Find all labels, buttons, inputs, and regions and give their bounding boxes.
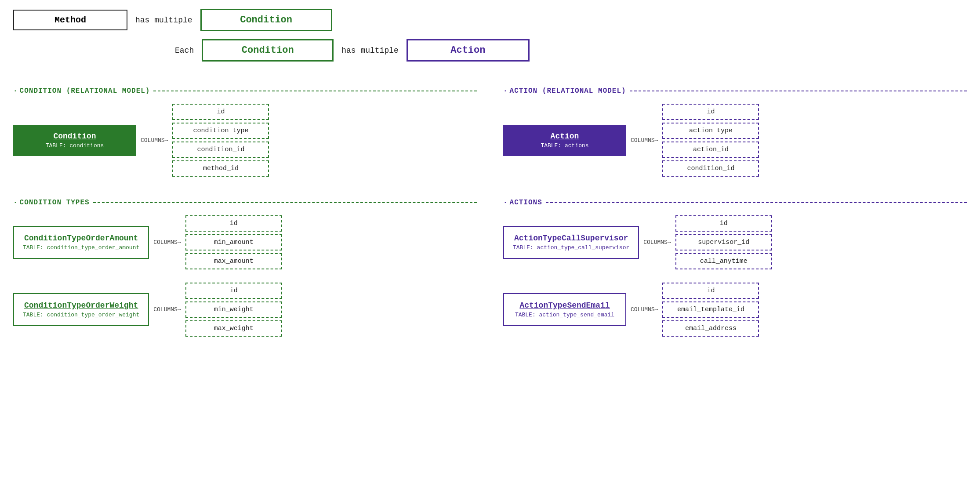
condition-type-order-amount-box: ConditionTypeOrderAmount TABLE: conditio… [13,226,149,259]
action-relational-arrow: COLUMNS→ [631,137,658,144]
condition-type-order-amount-table: TABLE: condition_type_order_amount [23,244,139,251]
has-multiple-label-2: has multiple [341,46,399,55]
col-condition-type: condition_type [172,123,269,139]
coa-col-id: id [185,215,282,232]
cow-col-min: min_weight [185,301,282,318]
cow-arrow: COLUMNS→ [153,306,181,313]
cow-col-id: id [185,283,282,299]
action-label: Action [450,45,485,56]
action-type-send-email-name: ActionTypeSendEmail [513,301,617,310]
atse-columns-list: id email_template_id email_address [662,283,759,337]
coa-columns-group: COLUMNS→ id min_amount max_amount [149,215,282,269]
cow-col-max: max_weight [185,320,282,337]
condition-label-1: Condition [240,15,292,25]
action-type-call-supervisor-name: ActionTypeCallSupervisor [513,234,629,243]
atse-col-template: email_template_id [662,301,759,318]
dash-line-purple-1 [630,91,967,91]
condition-type-order-amount-row: ConditionTypeOrderAmount TABLE: conditio… [13,215,477,269]
action-relational-table-box: Action TABLE: actions [503,125,626,156]
coa-col-min: min_amount [185,234,282,250]
condition-type-order-weight-name: ConditionTypeOrderWeight [23,301,139,310]
condition-relational-table-name: Condition [22,132,127,141]
atcs-col-anytime: call_anytime [675,253,772,269]
method-condition-row: Method has multiple Condition [13,9,967,31]
has-multiple-label-1: has multiple [135,16,192,25]
action-top-box: Action [407,39,530,62]
col-action-type: action_type [662,123,759,139]
atse-col-address: email_address [662,320,759,337]
action-type-send-email-row: ActionTypeSendEmail TABLE: action_type_s… [503,283,967,337]
atse-arrow: COLUMNS→ [631,306,658,313]
dash-line-green-1 [153,91,477,91]
atse-col-id: id [662,283,759,299]
action-relational-table-name: Action [512,132,617,141]
atcs-arrow: COLUMNS→ [643,239,671,246]
condition-types-header: CONDITION TYPES [13,199,477,207]
diagram-area: CONDITION (RELATIONAL MODEL) Condition T… [13,87,967,359]
condition-relational-entity-row: Condition TABLE: conditions COLUMNS→ id … [13,104,477,177]
condition-label-2: Condition [242,45,294,56]
col-condition-mid: method_id [172,160,269,177]
atcs-col-id: id [675,215,772,232]
col-condition-id: id [172,104,269,120]
condition-relational-table-label: TABLE: conditions [22,142,127,149]
action-relational-columns-list: id action_type action_id condition_id [662,104,759,177]
action-type-send-email-table: TABLE: action_type_send_email [513,312,617,318]
col-action-cid: condition_id [662,160,759,177]
coa-arrow: COLUMNS→ [153,239,181,246]
coa-columns-list: id min_amount max_amount [185,215,282,269]
condition-top-box-1: Condition [200,9,332,31]
cow-columns-list: id min_weight max_weight [185,283,282,337]
action-relational-columns-group: COLUMNS→ id action_type action_id condit… [626,104,759,177]
condition-relational-table-box: Condition TABLE: conditions [13,125,136,156]
method-label: Method [54,15,86,25]
dash-line-green-2 [93,202,477,203]
action-type-call-supervisor-row: ActionTypeCallSupervisor TABLE: action_t… [503,215,967,269]
action-type-call-supervisor-table: TABLE: action_type_call_supervisor [513,244,629,251]
action-type-send-email-box: ActionTypeSendEmail TABLE: action_type_s… [503,293,626,326]
condition-types-section: CONDITION TYPES ConditionTypeOrderAmount… [13,199,477,337]
actions-section: ACTIONS ActionTypeCallSupervisor TABLE: … [503,199,967,337]
atse-columns-group: COLUMNS→ id email_template_id email_addr… [626,283,759,337]
atcs-col-supervisor: supervisor_id [675,234,772,250]
condition-relational-arrow: COLUMNS→ [141,137,168,144]
coa-col-max: max_amount [185,253,282,269]
action-relational-section: ACTION (RELATIONAL MODEL) Action TABLE: … [503,87,967,359]
condition-relational-section: CONDITION (RELATIONAL MODEL) Condition T… [13,87,477,359]
condition-relational-header: CONDITION (RELATIONAL MODEL) [13,87,477,95]
top-relationship: Method has multiple Condition Each Condi… [13,9,967,69]
condition-relational-block: CONDITION (RELATIONAL MODEL) Condition T… [13,87,477,177]
condition-action-row: Each Condition has multiple Action [167,39,967,62]
condition-type-order-weight-table: TABLE: condition_type_order_weight [23,312,139,318]
actions-header: ACTIONS [503,199,967,207]
action-relational-header: ACTION (RELATIONAL MODEL) [503,87,967,95]
col-condition-cid: condition_id [172,142,269,158]
col-action-id: id [662,104,759,120]
atcs-columns-group: COLUMNS→ id supervisor_id call_anytime [639,215,772,269]
col-action-aid: action_id [662,142,759,158]
action-relational-block: ACTION (RELATIONAL MODEL) Action TABLE: … [503,87,967,177]
method-box: Method [13,10,127,30]
dash-line-purple-2 [546,202,967,203]
action-type-call-supervisor-box: ActionTypeCallSupervisor TABLE: action_t… [503,226,639,259]
condition-type-order-weight-row: ConditionTypeOrderWeight TABLE: conditio… [13,283,477,337]
each-label: Each [175,46,194,55]
atcs-columns-list: id supervisor_id call_anytime [675,215,772,269]
action-relational-entity-row: Action TABLE: actions COLUMNS→ id action… [503,104,967,177]
condition-type-order-amount-name: ConditionTypeOrderAmount [23,234,139,243]
condition-type-order-weight-box: ConditionTypeOrderWeight TABLE: conditio… [13,293,149,326]
condition-relational-columns-group: COLUMNS→ id condition_type condition_id … [136,104,269,177]
cow-columns-group: COLUMNS→ id min_weight max_weight [149,283,282,337]
condition-relational-columns-list: id condition_type condition_id method_id [172,104,269,177]
condition-top-box-2: Condition [202,39,334,62]
action-relational-table-label: TABLE: actions [512,142,617,149]
